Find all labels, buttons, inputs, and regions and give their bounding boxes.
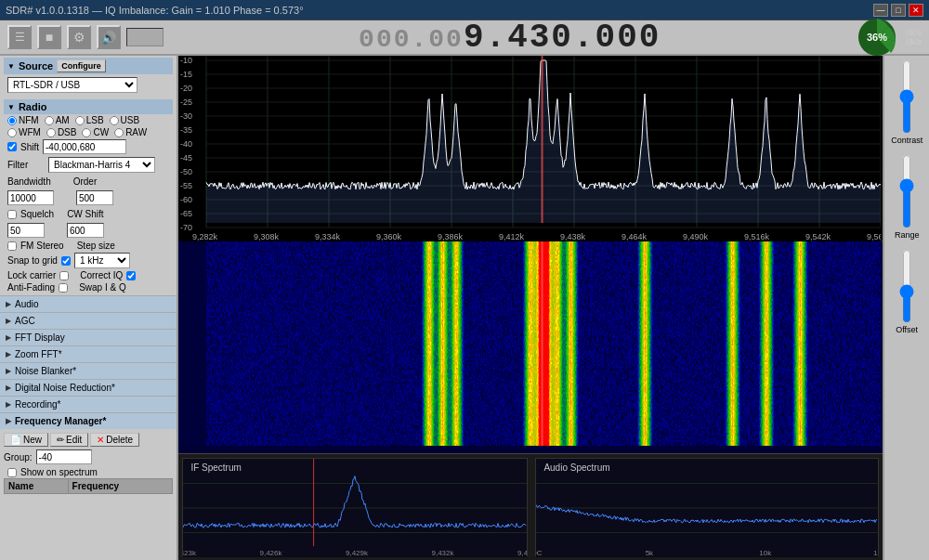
recording-header[interactable]: Recording* — [0, 397, 177, 412]
spectrum-plot — [178, 56, 883, 241]
new-button[interactable]: 📄 New — [4, 433, 48, 447]
maximize-button[interactable]: □ — [891, 4, 906, 17]
squelch-row: Squelch CW Shift — [4, 207, 173, 221]
col-name: Name — [5, 479, 69, 494]
audio-spectrum-canvas — [536, 459, 878, 557]
frequency-table: Name Frequency — [4, 478, 173, 494]
cw-shift-value[interactable] — [67, 223, 104, 238]
audio-spectrum-panel: Audio Spectrum — [535, 458, 879, 556]
window-controls: — □ ✕ — [873, 4, 923, 17]
delete-button[interactable]: ✕ Delete — [90, 433, 139, 447]
mode-wfm[interactable]: WFM — [7, 127, 41, 137]
shift-value[interactable] — [43, 139, 126, 154]
audio-spectrum-title: Audio Spectrum — [543, 462, 609, 473]
zoom-fft-panel: Zoom FFT* — [0, 345, 177, 362]
order-input[interactable] — [76, 190, 113, 205]
mode-am[interactable]: AM — [45, 115, 70, 125]
anti-fading-checkbox[interactable] — [59, 283, 68, 293]
range-control: Range — [895, 154, 920, 240]
slider-handle[interactable] — [126, 28, 164, 46]
snap-grid-checkbox[interactable] — [61, 256, 71, 266]
offset-slider[interactable] — [899, 249, 914, 323]
col-frequency: Frequency — [68, 479, 173, 494]
group-row: Group: — [4, 448, 173, 466]
lock-carrier-checkbox[interactable] — [59, 271, 69, 280]
lock-correct-row: Lock carrier Correct IQ — [4, 269, 173, 281]
spectrum-canvas — [178, 56, 881, 241]
mode-dsb[interactable]: DSB — [46, 127, 77, 137]
bandwidth-values-row — [4, 189, 173, 207]
audio-panel: Audio — [0, 295, 177, 312]
snap-grid-select[interactable]: 1 kHz — [74, 253, 130, 268]
freq-prefix: 000.00 — [359, 25, 464, 54]
audio-header[interactable]: Audio — [0, 296, 177, 312]
spectrum-area: IF Spectrum Audio Spectrum — [178, 56, 883, 560]
main-layout: Source Configure RTL-SDR / USB Radio NFM… — [0, 56, 929, 560]
mode-cw[interactable]: CW — [82, 127, 109, 137]
freq-manager-toolbar: 📄 New ✏ Edit ✕ Delete — [4, 432, 173, 448]
contrast-slider[interactable] — [899, 59, 914, 134]
range-slider[interactable] — [899, 154, 914, 228]
device-select[interactable]: RTL-SDR / USB — [7, 77, 137, 93]
show-spectrum-checkbox[interactable] — [7, 468, 17, 477]
mode-raw[interactable]: RAW — [114, 127, 147, 137]
settings-button[interactable]: ⚙ — [67, 25, 91, 49]
bandwidth-row: Bandwidth Order — [4, 175, 173, 189]
agc-panel: AGC — [0, 312, 177, 329]
offset-label: Offset — [896, 325, 918, 334]
noise-blanker-header[interactable]: Noise Blanker* — [0, 363, 177, 379]
agc-header[interactable]: AGC — [0, 313, 177, 329]
configure-button[interactable]: Configure — [57, 59, 106, 72]
noise-blanker-panel: Noise Blanker* — [0, 362, 177, 379]
filter-row: Filter Blackman-Harris 4 — [4, 155, 173, 175]
radio-header[interactable]: Radio — [4, 99, 173, 114]
bandwidth-input[interactable] — [7, 190, 54, 205]
stop-button[interactable]: ■ — [37, 25, 61, 49]
correct-iq-checkbox[interactable] — [126, 271, 136, 280]
if-spectrum-canvas — [183, 459, 527, 557]
menu-button[interactable]: ☰ — [7, 25, 32, 49]
edit-button[interactable]: ✏ Edit — [50, 433, 88, 447]
fm-stereo-row: FM Stereo Step size — [4, 240, 173, 252]
fft-display-header[interactable]: FFT Display — [0, 330, 177, 345]
squelch-value[interactable] — [7, 223, 45, 238]
mode-usb[interactable]: USB — [110, 115, 140, 125]
range-label: Range — [895, 230, 920, 240]
snap-grid-row: Snap to grid 1 kHz — [4, 252, 173, 269]
squelch-checkbox[interactable] — [7, 210, 17, 219]
mode-nfm[interactable]: NFM — [7, 115, 39, 125]
toolbar: ☰ ■ ⚙ 🔊 000.009.430.000 36% 0k/s 0k/s — [0, 20, 929, 56]
fft-display-panel: FFT Display — [0, 329, 177, 345]
mode-lsb[interactable]: LSB — [75, 115, 104, 125]
freq-manager-panel: Frequency Manager* 📄 New ✏ Edit ✕ Delete — [0, 412, 177, 497]
fm-stereo-checkbox[interactable] — [7, 241, 17, 251]
cpu-rates: 0k/s 0k/s — [906, 28, 922, 46]
mode-row-2: WFM DSB CW RAW — [4, 126, 173, 138]
bottom-panels: IF Spectrum Audio Spectrum — [178, 453, 883, 560]
anti-swap-row: Anti-Fading Swap I & Q — [4, 281, 173, 293]
shift-row: Shift — [4, 138, 173, 155]
minimize-button[interactable]: — — [873, 4, 888, 17]
source-device-row: RTL-SDR / USB — [4, 74, 173, 96]
close-button[interactable]: ✕ — [909, 4, 923, 17]
mode-row-1: NFM AM LSB USB — [4, 114, 173, 126]
dnr-header[interactable]: Digital Noise Reduction* — [0, 380, 177, 396]
source-section: Source Configure RTL-SDR / USB — [0, 56, 177, 98]
filter-select[interactable]: Blackman-Harris 4 — [48, 157, 155, 173]
shift-checkbox[interactable] — [7, 142, 17, 151]
show-spectrum-row: Show on spectrum — [4, 466, 173, 478]
offset-control: Offset — [896, 249, 918, 334]
source-header[interactable]: Source Configure — [4, 58, 173, 74]
zoom-fft-header[interactable]: Zoom FFT* — [0, 346, 177, 362]
svg-text:36%: 36% — [867, 32, 887, 43]
waterfall-canvas — [178, 241, 881, 446]
freq-manager-header[interactable]: Frequency Manager* — [0, 413, 177, 429]
cpu-indicator: 36% — [856, 16, 898, 59]
freq-manager-content: 📄 New ✏ Edit ✕ Delete Group: — [0, 429, 177, 497]
group-input[interactable] — [36, 449, 92, 464]
squelch-values-row — [4, 221, 173, 240]
contrast-label: Contrast — [891, 136, 922, 145]
frequency-display: 000.009.430.000 — [169, 19, 850, 57]
audio-button[interactable]: 🔊 — [97, 25, 121, 49]
radio-section: Radio NFM AM LSB USB WFM DSB CW RAW Shif… — [0, 98, 177, 295]
